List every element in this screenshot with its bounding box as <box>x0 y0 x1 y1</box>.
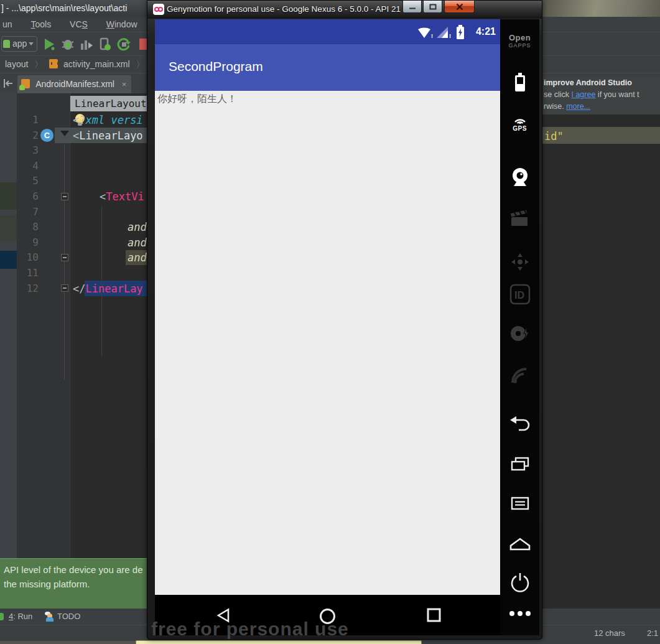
battery-widget[interactable] <box>500 72 539 95</box>
android-display[interactable]: ! ! 4:21 SecondProgram 你好呀，陌生人！ <box>155 19 500 635</box>
manifest-file-icon <box>21 79 30 88</box>
minimize-button[interactable] <box>402 1 422 13</box>
i-agree-link[interactable]: I agree <box>571 90 595 99</box>
code-line-2-continuation: id" <box>544 129 564 144</box>
screenshot-root: ] - ...\app\src\main\res\layout\acti un … <box>0 0 660 644</box>
profile-button[interactable] <box>80 37 93 51</box>
fold-minus-icon[interactable] <box>61 284 68 292</box>
camera-widget[interactable] <box>500 166 539 191</box>
cell-signal-icon: ! <box>436 26 452 39</box>
sidebar-menu-button[interactable] <box>500 496 539 513</box>
gutter-c-badge-icon[interactable]: C <box>40 129 53 142</box>
nav-recents-icon[interactable] <box>427 608 441 622</box>
line-number: 12 <box>17 281 39 296</box>
menu-window[interactable]: Window <box>106 17 137 32</box>
menu-tools[interactable]: Tools <box>30 17 51 32</box>
chevron-down-icon <box>29 42 34 45</box>
android-app-content: 你好呀，陌生人！ <box>155 91 500 595</box>
fold-guide-line <box>64 144 65 380</box>
code-line-1: <?xml versi <box>73 113 143 128</box>
wifi-icon: ! <box>417 26 434 39</box>
svg-text:ID: ID <box>514 290 524 301</box>
fold-minus-icon[interactable] <box>61 254 68 261</box>
line-number: 7 <box>17 205 39 220</box>
tab-close-icon[interactable]: × <box>122 80 127 89</box>
gps-widget[interactable]: GPS <box>500 111 539 132</box>
attach-debugger-button[interactable] <box>98 37 112 51</box>
genymotion-title-text: Genymotion for personal use - Google Nex… <box>167 1 412 17</box>
disk-io-widget[interactable] <box>500 324 539 345</box>
menu-run-partial[interactable]: un <box>2 17 12 32</box>
run-button[interactable] <box>42 37 56 51</box>
bottom-edge-right <box>422 641 660 644</box>
fold-minus-icon[interactable] <box>61 193 68 200</box>
run-config-label: app <box>12 37 27 51</box>
device-id-widget[interactable]: ID <box>500 283 539 308</box>
menu-vcs[interactable]: VCS <box>70 17 88 32</box>
rerun-button[interactable] <box>117 37 131 51</box>
status-caret-position[interactable]: 2:1 <box>647 625 658 641</box>
breadcrumb-folder[interactable]: layout <box>5 59 28 69</box>
genymotion-watermark: free for personal use <box>151 618 349 640</box>
studio-title-bar-glass <box>542 0 660 17</box>
project-row-highlight-blue <box>0 251 17 269</box>
code-line-10: and <box>128 250 147 265</box>
maximize-button[interactable] <box>423 1 442 13</box>
toolwindow-run[interactable]: 4: Run <box>9 609 32 625</box>
device-screen: ! ! 4:21 SecondProgram 你好呀，陌生人！ <box>155 19 539 635</box>
line-number: 5 <box>17 174 39 189</box>
sidebar-recents-button[interactable] <box>500 456 539 475</box>
event-log-balloon: API level of the device you are de the m… <box>0 558 148 609</box>
editor-breadcrumb-hint: LinearLayout <box>70 96 148 111</box>
notification-title: improve Android Studio <box>544 78 632 87</box>
sidebar-more-button[interactable] <box>500 608 539 619</box>
ide-notification: improve Android Studio se click I agree … <box>542 77 660 115</box>
status-char-count: 12 chars <box>594 625 625 641</box>
code-line-9: and <box>128 235 147 250</box>
genymotion-title-bar[interactable]: Genymotion for personal use - Google Nex… <box>147 1 542 19</box>
screencast-widget[interactable] <box>500 208 539 231</box>
line-number: 1 <box>17 113 39 128</box>
tab-androidmanifest[interactable]: AndroidManifest.xml × <box>17 75 131 93</box>
line-number: 8 <box>17 220 39 235</box>
line-number: 4 <box>17 159 39 174</box>
project-panel-edge <box>0 93 17 609</box>
more-link[interactable]: more... <box>566 102 590 111</box>
hide-tabs-icon[interactable] <box>2 78 14 88</box>
run-toolwindow-icon <box>0 613 4 620</box>
breadcrumb-separator: 〉 <box>34 59 43 69</box>
app-title: SecondProgram <box>169 59 263 74</box>
genymotion-window: Genymotion for personal use - Google Nex… <box>147 0 542 640</box>
sidebar-back-button[interactable] <box>500 415 539 434</box>
svg-text:!: ! <box>431 33 433 39</box>
open-gapps-widget[interactable]: Open GAPPS <box>500 33 539 49</box>
move-widget[interactable] <box>500 252 539 274</box>
code-line-2: <LinearLayo <box>73 128 143 143</box>
line-number: 11 <box>17 266 39 281</box>
balloon-line-1: API level of the device you are de <box>4 564 147 576</box>
line-number: 6 <box>17 189 39 204</box>
battery-charging-icon <box>456 25 465 39</box>
greeting-text: 你好呀，陌生人！ <box>157 93 237 106</box>
sidebar-home-button[interactable] <box>500 536 539 553</box>
sidebar-power-button[interactable] <box>500 572 539 597</box>
genymotion-logo-icon <box>153 4 164 15</box>
code-line-6: <TextVi <box>100 189 144 204</box>
android-status-bar: ! ! 4:21 <box>155 19 500 44</box>
debug-button[interactable] <box>61 37 75 51</box>
bottom-edge-left <box>0 641 136 644</box>
toolwindow-todo[interactable]: TODO <box>57 609 80 625</box>
line-number: 9 <box>17 235 39 250</box>
balloon-line-2: the missing platform. <box>4 578 147 590</box>
network-widget[interactable] <box>500 366 539 386</box>
tab-label: AndroidManifest.xml <box>35 79 114 89</box>
line-number: 2 <box>17 128 39 143</box>
todo-icon <box>45 612 54 622</box>
genymotion-sidebar: Open GAPPS GPS <box>500 19 539 635</box>
clock-text: 4:21 <box>476 19 496 44</box>
run-configuration-combo[interactable]: app <box>1 36 37 52</box>
fold-arrow-icon[interactable] <box>60 131 69 136</box>
breadcrumb-file[interactable]: activity_main.xml <box>63 59 130 69</box>
close-button[interactable] <box>444 1 475 13</box>
project-row-highlight-green <box>0 182 17 210</box>
